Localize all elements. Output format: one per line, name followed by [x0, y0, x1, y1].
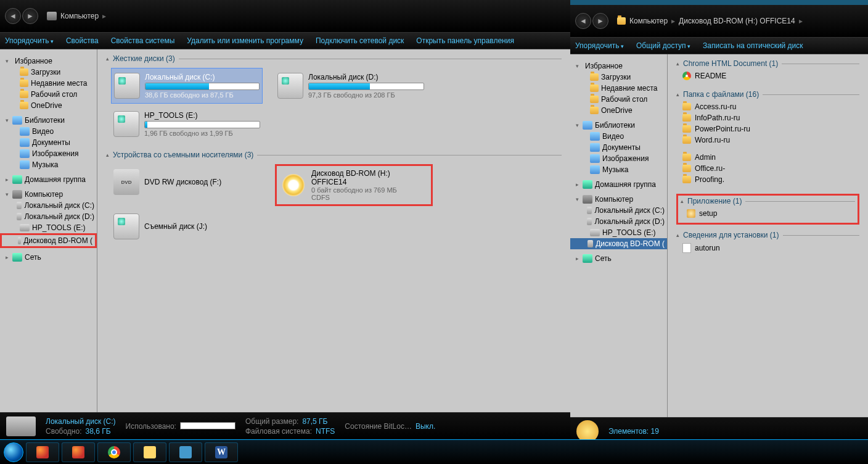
- forward-button[interactable]: ►: [592, 13, 608, 29]
- file-item[interactable]: PowerPoint.ru-ru: [682, 123, 812, 135]
- taskbar-app[interactable]: [169, 442, 202, 462]
- drive-item[interactable]: Дисковод BD-ROM (H:) OFFICE140 байт своб…: [278, 167, 430, 203]
- sidebar-item[interactable]: Загрузки: [0, 67, 97, 78]
- group-header-removable[interactable]: ▴Устройства со съемными носителями (3): [106, 151, 562, 159]
- sidebar-item[interactable]: Видео: [0, 126, 97, 137]
- drive-item[interactable]: HP_TOOLS (E:)1,96 ГБ свободно из 1,99 ГБ: [111, 106, 263, 142]
- toolbar-item[interactable]: Упорядочить: [5, 36, 54, 45]
- sidebar-item[interactable]: Локальный диск (C:): [0, 200, 97, 211]
- sidebar-item[interactable]: Музыка: [0, 159, 97, 170]
- app-icon: [179, 446, 192, 458]
- drive-item[interactable]: Локальный диск (D:)97,3 ГБ свободно из 2…: [275, 68, 427, 104]
- file-item[interactable]: autorun: [682, 242, 812, 254]
- sidebar-item[interactable]: ▾Компьютер: [0, 189, 97, 200]
- lib-ic-icon: [20, 149, 30, 158]
- back-button[interactable]: ◄: [575, 13, 591, 29]
- file-item[interactable]: Word.ru-ru: [682, 135, 812, 146]
- group-header[interactable]: ▴Chrome HTML Document (1): [676, 59, 859, 68]
- sidebar-item[interactable]: Видео: [570, 131, 667, 142]
- file-item[interactable]: InfoPath.ru-ru: [682, 112, 812, 123]
- sidebar-item[interactable]: ▾Библиотеки: [570, 120, 667, 131]
- file-item[interactable]: setup: [687, 208, 816, 219]
- toolbar-item[interactable]: Удалить или изменить программу: [187, 36, 303, 45]
- toolbar-item[interactable]: Общий доступ: [636, 41, 690, 50]
- toolbar-item[interactable]: Свойства системы: [111, 36, 175, 45]
- toolbar-item[interactable]: Записать на оптический диск: [703, 41, 803, 50]
- sidebar-item[interactable]: ▸Домашняя группа: [0, 174, 97, 185]
- breadcrumb-item[interactable]: Компьютер: [60, 12, 99, 20]
- toolbar-item[interactable]: Открыть панель управления: [416, 36, 514, 45]
- sidebar-item[interactable]: ▾Избранное: [570, 60, 667, 72]
- group-header[interactable]: ▴Папка с файлами (16): [676, 90, 859, 99]
- sidebar-item[interactable]: Документы: [570, 142, 667, 153]
- sidebar-item[interactable]: Локальный диск (C:): [570, 205, 667, 216]
- folder-icon small-icon: [20, 102, 28, 109]
- toolbar-item[interactable]: Подключить сетевой диск: [316, 36, 404, 45]
- file-item[interactable]: README: [682, 70, 812, 81]
- firefox-icon: [72, 446, 84, 458]
- breadcrumb[interactable]: Компьютер▸ Дисковод BD-ROM (H:) OFFICE14…: [617, 17, 803, 25]
- back-button[interactable]: ◄: [5, 8, 21, 24]
- drv-ic-icon: [18, 237, 22, 244]
- toolbar-item[interactable]: Свойства: [66, 36, 99, 45]
- sidebar-item[interactable]: ▾Библиотеки: [0, 115, 97, 126]
- sidebar-item[interactable]: ▸Сеть: [570, 253, 667, 264]
- sidebar-item[interactable]: OneDrive: [0, 100, 97, 111]
- sidebar-item[interactable]: Изображения: [0, 148, 97, 159]
- forward-button[interactable]: ►: [22, 8, 38, 24]
- titlebar: ◄ ► Компьютер▸ Дисковод BD-ROM (H:) OFFI…: [570, 5, 868, 37]
- sidebar-item[interactable]: HP_TOOLS (E:): [0, 222, 97, 233]
- breadcrumb[interactable]: Компьютер ▸: [47, 12, 106, 20]
- sidebar-item[interactable]: ▾Компьютер: [570, 194, 667, 205]
- folder-icon: [682, 125, 691, 133]
- taskbar-word[interactable]: W: [205, 442, 238, 462]
- toolbar-item[interactable]: Упорядочить: [575, 41, 624, 50]
- drive-item[interactable]: DVDDVD RW дисковод (F:): [111, 164, 263, 200]
- sidebar-item[interactable]: Загрузки: [570, 72, 667, 83]
- taskbar-chrome[interactable]: [97, 442, 131, 462]
- hdd-icon: [113, 111, 139, 137]
- group-header[interactable]: ▴Сведения для установки (1): [676, 231, 859, 239]
- folder-icon small-icon: [20, 68, 28, 76]
- folder-icon small-icon: [590, 85, 599, 92]
- sidebar-item[interactable]: ▸Домашняя группа: [570, 179, 667, 190]
- drv-ic-icon: [587, 218, 592, 225]
- taskbar-explorer[interactable]: [133, 442, 166, 462]
- sidebar-item[interactable]: Рабочий стол: [570, 94, 667, 105]
- file-item[interactable]: Admin: [682, 152, 812, 163]
- folder-icon: [617, 17, 626, 25]
- sidebar-item[interactable]: ▸Сеть: [0, 252, 97, 263]
- group-header[interactable]: ▴Приложение (1): [681, 197, 855, 205]
- file-item[interactable]: Office.ru-: [682, 163, 812, 174]
- sidebar-item[interactable]: Дисковод BD-ROM (: [570, 238, 667, 249]
- firefox-icon: [36, 446, 49, 458]
- lib-ic-icon: [590, 165, 600, 174]
- file-item[interactable]: Access.ru-ru: [682, 101, 812, 112]
- sidebar-item[interactable]: Рабочий стол: [0, 89, 97, 100]
- sidebar: ▾ИзбранноеЗагрузкиНедавние местаРабочий …: [570, 54, 668, 417]
- sidebar-item[interactable]: Локальный диск (D:): [0, 211, 97, 222]
- sidebar: ▾ИзбранноеЗагрузкиНедавние местаРабочий …: [0, 49, 97, 412]
- explorer-window-bdrom: ◄ ► Компьютер▸ Дисковод BD-ROM (H:) OFFI…: [570, 5, 868, 444]
- sidebar-item[interactable]: Документы: [0, 137, 97, 148]
- lib-ic-icon: [12, 116, 22, 125]
- sidebar-item[interactable]: Локальный диск (D:): [570, 216, 667, 227]
- sidebar-item[interactable]: Недавние места: [570, 83, 667, 94]
- taskbar-firefox[interactable]: [26, 442, 59, 462]
- sidebar-item[interactable]: ▾Избранное: [0, 56, 97, 67]
- drive-item[interactable]: Локальный диск (C:)38,6 ГБ свободно из 8…: [111, 68, 263, 104]
- status-bar: Локальный диск (C:) Свободно:38,6 ГБ Исп…: [0, 412, 570, 439]
- group-header-hdd[interactable]: ▴Жесткие диски (3): [106, 54, 562, 63]
- sidebar-item[interactable]: Недавние места: [0, 78, 97, 89]
- taskbar-firefox-2[interactable]: [62, 442, 95, 462]
- sidebar-item[interactable]: Музыка: [570, 164, 667, 175]
- file-item[interactable]: Proofing.: [682, 174, 812, 185]
- comp-ic-icon: [583, 195, 592, 204]
- sidebar-item[interactable]: HP_TOOLS (E:): [570, 227, 667, 238]
- sidebar-item[interactable]: Изображения: [570, 153, 667, 164]
- start-button[interactable]: [4, 442, 23, 462]
- app-icon: [687, 209, 695, 218]
- sidebar-item[interactable]: Дисковод BD-ROM (: [2, 235, 95, 246]
- sidebar-item[interactable]: OneDrive: [570, 105, 667, 116]
- drive-item[interactable]: Съемный диск (J:): [111, 209, 263, 244]
